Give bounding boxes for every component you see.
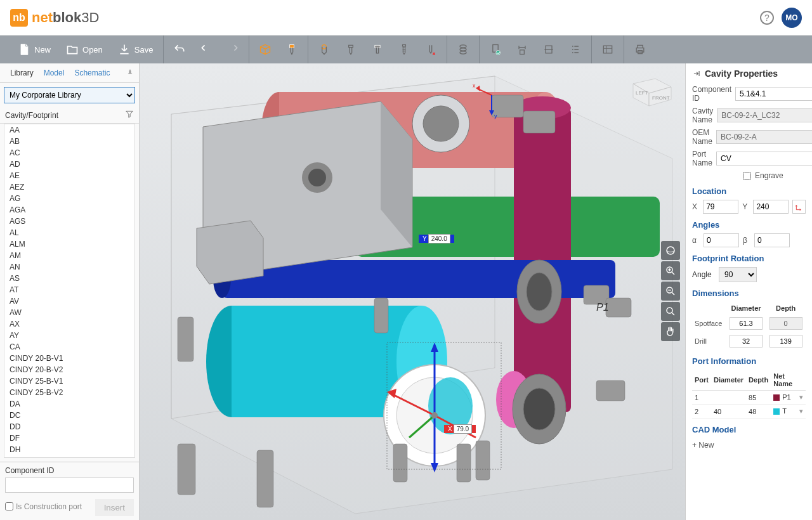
table-row[interactable]: 185P1 ▾ [692, 391, 806, 405]
hole1-icon[interactable] [316, 41, 332, 58]
list-item[interactable]: AT [4, 284, 134, 296]
svg-point-1 [322, 45, 327, 49]
hole2-icon[interactable] [343, 41, 359, 58]
y-input[interactable] [753, 200, 789, 214]
canvas-3d[interactable]: x y P1 Y240.0 X79.0 LEFT FRONT [140, 63, 685, 520]
svg-rect-0 [290, 45, 294, 48]
list-item[interactable]: DD [4, 421, 134, 432]
new-button[interactable]: New [15, 41, 53, 58]
oem-name-input [716, 130, 812, 144]
list-item[interactable]: DC [4, 410, 134, 421]
list-item[interactable]: AX [4, 318, 134, 330]
list-item[interactable]: AE [4, 170, 134, 181]
svg-rect-39 [374, 298, 388, 333]
svg-text:FRONT: FRONT [652, 95, 670, 101]
drill-depth-input[interactable] [769, 335, 802, 348]
angle-select[interactable]: 90 [719, 267, 757, 282]
add-new-button[interactable]: + New [692, 441, 714, 450]
list-item[interactable]: AN [4, 261, 134, 273]
sheet-icon[interactable] [599, 41, 616, 58]
open-button[interactable]: Open [63, 41, 105, 58]
library-select[interactable]: My Corporate Library [4, 87, 135, 103]
save-button[interactable]: Save [115, 41, 156, 58]
list-item[interactable]: CINDY 20-B-V2 [4, 364, 134, 375]
dimensions-table: DiameterDepth Spotface Drill [692, 302, 806, 350]
tab-library[interactable]: Library [5, 66, 39, 80]
svg-rect-41 [457, 444, 471, 482]
filter-icon[interactable] [125, 110, 134, 120]
list-item[interactable]: AL [4, 227, 134, 238]
engrave-checkbox[interactable] [743, 172, 751, 180]
box-icon[interactable] [257, 41, 273, 58]
list-item[interactable]: DA [4, 398, 134, 410]
cavity-list[interactable]: AAABACADAEAEZAGAGAAGSALALMAMANASATAVAWAX… [4, 124, 135, 458]
list-item[interactable]: AB [4, 136, 134, 147]
table-row[interactable]: 24048T ▾ [692, 405, 806, 419]
drill-icon[interactable] [284, 41, 300, 58]
spotface-dia-input[interactable] [730, 317, 763, 330]
port-name-input[interactable] [716, 152, 812, 166]
alpha-input[interactable] [704, 233, 739, 247]
beta-label: β [743, 236, 750, 245]
screw-icon[interactable] [396, 41, 412, 58]
tab-schematic[interactable]: Schematic [69, 66, 115, 80]
list-item[interactable]: CINDY 25-B-V1 [4, 375, 134, 387]
redo-icon[interactable] [225, 41, 241, 58]
axis-toggle-icon[interactable] [792, 200, 806, 214]
list-item[interactable]: CA [4, 341, 134, 353]
hole3-icon[interactable] [369, 41, 386, 58]
comp-id-input[interactable] [735, 87, 812, 101]
list-item[interactable]: AV [4, 296, 134, 307]
stack-icon[interactable] [455, 41, 471, 58]
list-item[interactable]: CINDY 20-B-V1 [4, 353, 134, 364]
list-icon[interactable] [567, 41, 584, 58]
print-icon[interactable] [632, 41, 648, 58]
list-item[interactable]: ALM [4, 238, 134, 250]
pin-icon[interactable] [126, 68, 134, 78]
zoom-in-icon[interactable] [661, 261, 680, 280]
logo: nb netblok3D [10, 9, 99, 27]
list-item[interactable]: AA [4, 124, 134, 136]
x-input[interactable] [703, 200, 738, 214]
list-item[interactable]: AS [4, 273, 134, 284]
list-item[interactable]: AGA [4, 204, 134, 216]
list-item[interactable]: AC [4, 147, 134, 159]
svg-point-35 [523, 388, 555, 430]
list-item[interactable]: CINDY 25-B-V2 [4, 387, 134, 398]
undo-icon[interactable] [171, 41, 188, 58]
avatar[interactable]: MO [782, 8, 802, 28]
pin-icon[interactable] [692, 69, 701, 78]
drill-dia-input[interactable] [730, 335, 763, 348]
list-item[interactable]: AGS [4, 216, 134, 227]
zoom-fit-icon[interactable] [661, 302, 680, 321]
delete-hole-icon[interactable] [422, 41, 439, 58]
list-item[interactable]: DF [4, 432, 134, 444]
list-item[interactable]: AD [4, 159, 134, 170]
insert-button[interactable]: Insert [95, 499, 134, 516]
align-icon[interactable] [540, 41, 557, 58]
construction-port-checkbox[interactable]: Is Construction port [5, 502, 82, 511]
measure-icon[interactable] [514, 41, 530, 58]
svg-point-70 [667, 308, 672, 313]
beta-input[interactable] [754, 233, 790, 247]
list-item[interactable]: AG [4, 193, 134, 204]
tab-model[interactable]: Model [39, 66, 70, 80]
check-hole-icon[interactable] [487, 41, 504, 58]
list-item[interactable]: AY [4, 330, 134, 341]
undo2-icon[interactable] [198, 41, 214, 58]
svg-point-4 [460, 45, 466, 48]
help-icon[interactable]: ? [760, 11, 774, 25]
list-item[interactable]: AEZ [4, 181, 134, 193]
y-axis-tag: Y240.0 [419, 235, 454, 243]
pan-icon[interactable] [661, 322, 680, 341]
svg-text:LEFT: LEFT [636, 90, 648, 96]
angles-header: Angles [692, 220, 806, 230]
zoom-out-icon[interactable] [661, 282, 680, 301]
list-item[interactable]: DJ [4, 455, 134, 458]
list-item[interactable]: AW [4, 307, 134, 318]
view-cube[interactable]: LEFT FRONT [627, 71, 678, 109]
list-item[interactable]: DH [4, 444, 134, 455]
orbit-icon[interactable] [661, 241, 680, 260]
list-item[interactable]: AM [4, 250, 134, 261]
component-id-input[interactable] [5, 478, 134, 493]
